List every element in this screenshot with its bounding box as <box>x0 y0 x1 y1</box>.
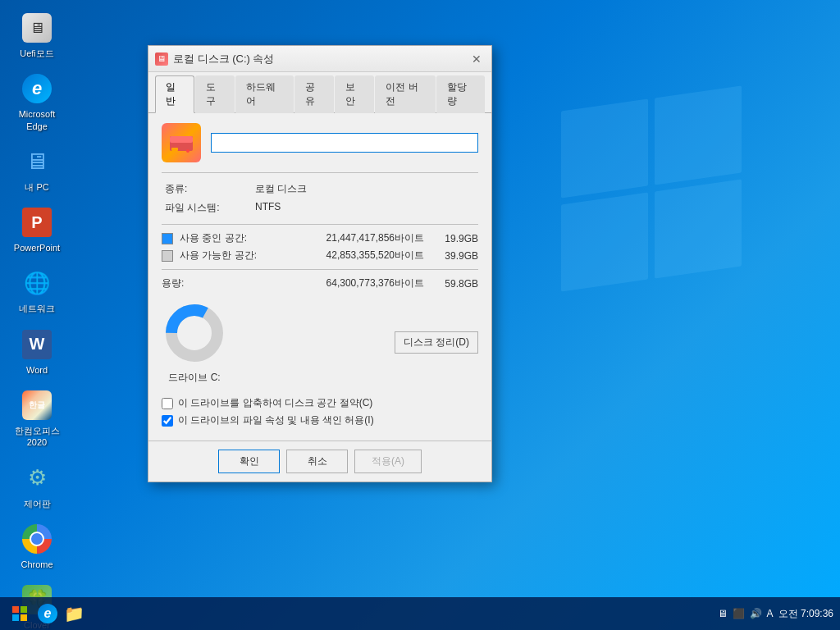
dialog-title-text: 로컬 디스크 (C:) 속성 <box>173 52 275 66</box>
taskbar: e 📁 🖥 ⬛ 🔊 A 오전 7:09:36 <box>0 597 840 630</box>
properties-dialog: 🖥 로컬 디스크 (C:) 속성 ✕ 일반 도구 하드웨어 공유 보안 이전 버… <box>148 45 492 482</box>
type-row: 종류: 로컬 디스크 <box>162 180 478 199</box>
dialog-title-icon: 🖥 <box>155 52 168 66</box>
svg-rect-2 <box>171 148 178 151</box>
taskbar-right: 🖥 ⬛ 🔊 A 오전 7:09:36 <box>718 607 833 621</box>
compress-label: 이 드라이브를 압축하여 디스크 공간 절약(C) <box>178 396 372 410</box>
checkbox-section: 이 드라이브를 압축하여 디스크 공간 절약(C) 이 드라이브의 파일 속성 … <box>162 396 478 427</box>
desktop-icon-control[interactable]: ⚙ 제어판 <box>8 459 66 513</box>
used-color-box <box>162 233 173 244</box>
index-row: 이 드라이브의 파일 속성 및 내용 색인 허용(I) <box>162 413 478 427</box>
desktop-icon-network[interactable]: 🌐 네트워크 <box>8 263 66 317</box>
filesystem-value: NTFS <box>252 199 478 217</box>
tab-previous[interactable]: 이전 버전 <box>375 75 436 113</box>
apply-button[interactable]: 적용(A) <box>354 450 422 473</box>
dialog-titlebar: 🖥 로컬 디스크 (C:) 속성 ✕ <box>148 46 491 72</box>
divider-1 <box>162 172 478 173</box>
used-space-label: 사용 중인 공간: <box>180 231 262 245</box>
desktop-icons: 🖥 Uefi모드 e Microsoft Edge 🖥 내 PC P Power… <box>8 8 66 630</box>
drive-icon <box>162 123 201 162</box>
tab-general[interactable]: 일반 <box>155 75 194 113</box>
start-button[interactable] <box>7 600 33 627</box>
filesystem-row: 파일 시스템: NTFS <box>162 199 478 217</box>
dialog-tabs: 일반 도구 하드웨어 공유 보안 이전 버전 할당량 <box>148 72 491 113</box>
free-space-label: 사용 가능한 공간: <box>180 249 262 262</box>
cancel-button[interactable]: 취소 <box>286 450 348 473</box>
index-checkbox[interactable] <box>162 415 173 427</box>
used-space-row: 사용 중인 공간: 21,447,417,856바이트 19.9GB <box>162 231 478 245</box>
desktop: 🖥 Uefi모드 e Microsoft Edge 🖥 내 PC P Power… <box>0 0 840 630</box>
svg-rect-8 <box>12 614 19 621</box>
disk-cleanup-button[interactable]: 디스크 정리(D) <box>395 331 478 354</box>
taskbar-lang[interactable]: A <box>767 608 774 619</box>
compress-row: 이 드라이브를 압축하여 디스크 공간 절약(C) <box>162 396 478 410</box>
dialog-icon-row <box>162 123 478 162</box>
drive-name-input[interactable] <box>211 133 478 153</box>
free-space-gb: 39.9GB <box>437 250 478 262</box>
divider-3 <box>162 269 478 270</box>
svg-rect-6 <box>12 606 19 613</box>
windows-logo-decoration <box>561 98 742 279</box>
desktop-icon-word[interactable]: W Word <box>8 325 66 379</box>
tab-security[interactable]: 보안 <box>335 75 374 113</box>
type-value: 로컬 디스크 <box>252 180 478 199</box>
dialog-close-button[interactable]: ✕ <box>468 51 485 67</box>
divider-2 <box>162 224 478 225</box>
taskbar-volume-icon: 🔊 <box>750 608 762 619</box>
free-space-bytes: 42,853,355,520바이트 <box>309 249 424 262</box>
taskbar-explorer-icon[interactable]: 📁 <box>62 602 85 625</box>
used-space-bytes: 21,447,417,856바이트 <box>309 231 424 245</box>
info-table: 종류: 로컬 디스크 파일 시스템: NTFS <box>162 180 478 217</box>
taskbar-systray: 🖥 ⬛ 🔊 A <box>718 608 774 619</box>
dialog-content: 종류: 로컬 디스크 파일 시스템: NTFS 사용 중인 공간: 21,447… <box>148 113 491 441</box>
taskbar-left: e 📁 <box>7 600 85 627</box>
taskbar-edge-icon[interactable]: e <box>36 602 59 625</box>
index-label: 이 드라이브의 파일 속성 및 내용 색인 허용(I) <box>178 413 374 427</box>
desktop-icon-chrome[interactable]: Chrome <box>8 519 66 573</box>
taskbar-network-icon: 🖥 <box>718 608 728 619</box>
svg-rect-9 <box>21 614 27 621</box>
tab-tools[interactable]: 도구 <box>195 75 235 113</box>
taskbar-usb-icon: ⬛ <box>733 608 745 619</box>
capacity-gb: 59.8GB <box>437 278 478 290</box>
type-label: 종류: <box>162 180 252 199</box>
ok-button[interactable]: 확인 <box>218 450 280 473</box>
free-color-box <box>162 250 173 262</box>
capacity-label: 용량: <box>162 276 244 290</box>
drive-label: 드라이브 C: <box>168 371 220 385</box>
desktop-icon-hancom[interactable]: 한글 한컴오피스 2020 <box>8 386 66 452</box>
compress-checkbox[interactable] <box>162 398 173 409</box>
donut-container: 드라이브 C: <box>162 300 227 385</box>
svg-point-3 <box>186 149 189 153</box>
svg-rect-1 <box>170 136 193 143</box>
tab-sharing[interactable]: 공유 <box>294 75 334 113</box>
chart-area: 드라이브 C: 디스크 정리(D) <box>162 294 478 391</box>
desktop-icon-mypc[interactable]: 🖥 내 PC <box>8 142 66 196</box>
desktop-icon-edge[interactable]: e Microsoft Edge <box>8 69 66 135</box>
dialog-title: 🖥 로컬 디스크 (C:) 속성 <box>155 52 275 66</box>
tab-quota[interactable]: 할당량 <box>436 75 485 113</box>
tab-hardware[interactable]: 하드웨어 <box>235 75 293 113</box>
desktop-icon-uefi[interactable]: 🖥 Uefi모드 <box>8 8 66 62</box>
desktop-icon-powerpoint[interactable]: P PowerPoint <box>8 203 66 257</box>
free-space-row: 사용 가능한 공간: 42,853,355,520바이트 39.9GB <box>162 249 478 262</box>
capacity-row: 용량: 64,300,773,376바이트 59.8GB <box>162 276 478 290</box>
capacity-bytes: 64,300,773,376바이트 <box>309 276 424 290</box>
taskbar-clock[interactable]: 오전 7:09:36 <box>778 607 833 621</box>
dialog-buttons: 확인 취소 적용(A) <box>148 441 491 482</box>
filesystem-label: 파일 시스템: <box>162 199 252 217</box>
svg-rect-7 <box>21 606 27 613</box>
donut-chart <box>162 300 227 366</box>
used-space-gb: 19.9GB <box>437 233 478 244</box>
